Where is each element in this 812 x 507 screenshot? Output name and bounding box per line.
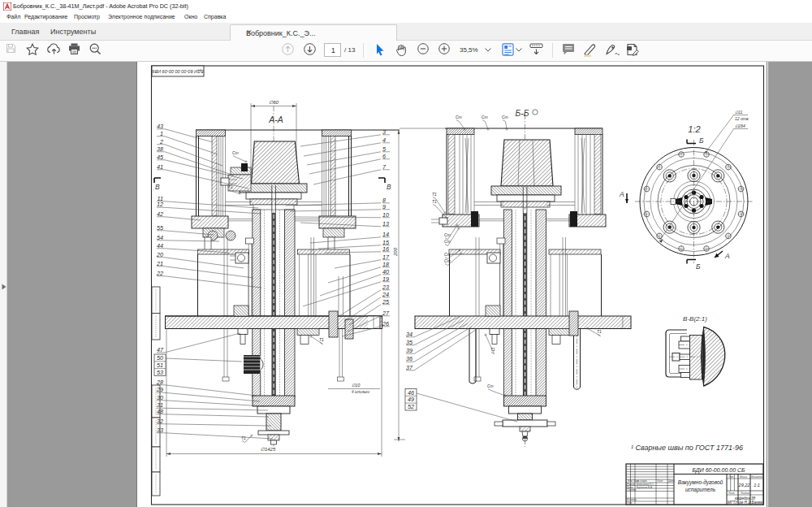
svg-text:28: 28: [156, 379, 163, 386]
svg-text:34: 34: [406, 331, 412, 338]
svg-text:12: 12: [157, 201, 163, 208]
svg-text:Вакуумно-дуговой: Вакуумно-дуговой: [678, 479, 723, 486]
svg-text:200: 200: [393, 247, 398, 257]
svg-text:В: В: [387, 183, 391, 191]
svg-text:1:2: 1:2: [688, 124, 700, 134]
svg-text:26: 26: [382, 320, 389, 327]
svg-text:16: 16: [382, 245, 389, 253]
svg-text:Ст: Ст: [502, 115, 508, 119]
svg-text:53: 53: [157, 369, 163, 376]
svg-text:∅11: ∅11: [735, 110, 743, 115]
svg-text:Т1: Т1: [319, 337, 324, 342]
svg-text:Масштаб: Масштаб: [751, 475, 762, 479]
svg-text:23: 23: [382, 284, 389, 291]
svg-text:Утв.: Утв.: [627, 501, 633, 505]
svg-text:29: 29: [156, 386, 163, 393]
svg-text:Лист: Лист: [728, 492, 735, 495]
svg-text:Б-Б: Б-Б: [515, 108, 529, 118]
svg-text:А-А: А-А: [268, 115, 283, 124]
svg-text:А: А: [724, 252, 730, 260]
svg-text:47: 47: [157, 346, 164, 353]
svg-text:36: 36: [406, 355, 412, 362]
svg-text:41: 41: [157, 163, 163, 171]
svg-text:∅60: ∅60: [269, 100, 279, 105]
svg-text:7: 7: [382, 163, 387, 171]
svg-text:46: 46: [408, 389, 414, 396]
svg-text:БДИ 60-00.00.00-09 ИВ9: БДИ 60-00.00.00-09 ИВ9: [152, 69, 203, 74]
svg-text:40: 40: [382, 268, 389, 275]
svg-text:21: 21: [156, 260, 163, 267]
svg-text:1:1: 1:1: [754, 483, 760, 488]
svg-text:10: 10: [382, 211, 389, 219]
svg-text:Ст: Ст: [444, 252, 451, 257]
svg-text:54: 54: [157, 234, 163, 241]
svg-text:14: 14: [382, 231, 389, 238]
svg-text:9: 9: [382, 203, 386, 210]
svg-text:А: А: [619, 190, 624, 198]
svg-text:55: 55: [157, 224, 164, 232]
svg-text:БДИ 60-00.00.00 СБ: БДИ 60-00.00.00 СБ: [692, 467, 745, 474]
svg-text:13: 13: [382, 220, 389, 228]
svg-text:30: 30: [157, 394, 163, 401]
svg-text:48: 48: [157, 408, 163, 415]
svg-text:В-В(2:1): В-В(2:1): [683, 315, 707, 323]
svg-text:∅1425: ∅1425: [261, 447, 276, 452]
svg-text:52: 52: [408, 403, 414, 410]
svg-text:Ст: Ст: [456, 115, 462, 119]
svg-text:42: 42: [157, 210, 163, 218]
svg-text:Ст: Ст: [444, 258, 451, 263]
svg-text:38: 38: [157, 145, 163, 153]
svg-text:22: 22: [156, 270, 163, 277]
svg-text:4: 4: [382, 136, 386, 144]
svg-text:27: 27: [382, 310, 390, 317]
svg-text:Б: Б: [699, 136, 704, 145]
svg-text:39: 39: [406, 347, 412, 354]
svg-text:В: В: [155, 183, 160, 191]
svg-text:Ст: Ст: [487, 384, 494, 388]
svg-text:Масса: Масса: [740, 475, 747, 479]
svg-text:испаритель: испаритель: [685, 487, 716, 493]
svg-text:Барвинок В.А.: Барвинок В.А.: [637, 486, 653, 489]
svg-text:Ст: Ст: [232, 150, 239, 155]
svg-text:Лит.: Лит.: [728, 475, 734, 479]
svg-text:35: 35: [406, 339, 413, 346]
svg-text:1: 1: [160, 130, 163, 137]
svg-text:Листов: Листов: [740, 492, 749, 495]
svg-text:¹ Сварные швы по ГОСТ 1771-96: ¹ Сварные швы по ГОСТ 1771-96: [631, 444, 743, 452]
svg-text:МГТУ им Н.Э.Баума: МГТУ им Н.Э.Баума: [728, 500, 762, 505]
svg-text:37: 37: [406, 364, 413, 371]
svg-text:4 шпильки: 4 шпильки: [352, 390, 369, 394]
svg-text:Ст: Ст: [482, 115, 488, 119]
svg-text:∅10: ∅10: [352, 383, 360, 388]
svg-text:Т1: Т1: [432, 192, 437, 197]
svg-text:25: 25: [382, 298, 390, 306]
svg-text:19: 19: [382, 275, 389, 283]
svg-text:45: 45: [157, 154, 164, 161]
svg-text:Б: Б: [696, 262, 701, 271]
svg-text:44: 44: [157, 242, 163, 249]
svg-text:3: 3: [382, 128, 386, 136]
svg-text:Т1: Т1: [597, 329, 602, 334]
svg-text:Т.контр.: Т.контр.: [627, 488, 637, 492]
svg-text:50: 50: [157, 354, 163, 362]
svg-text:Подп: Подп: [657, 479, 663, 483]
svg-text:5: 5: [382, 145, 387, 153]
svg-text:∅264: ∅264: [735, 124, 745, 128]
svg-text:Т1: Т1: [228, 184, 233, 189]
svg-text:2: 2: [159, 138, 163, 145]
svg-text:Дата: Дата: [667, 479, 675, 483]
svg-text:20: 20: [156, 251, 163, 258]
svg-text:17: 17: [382, 254, 390, 261]
svg-text:32: 32: [157, 418, 163, 425]
svg-text:49: 49: [408, 396, 414, 403]
svg-text:43: 43: [157, 123, 163, 130]
svg-text:18: 18: [382, 261, 389, 268]
svg-text:33: 33: [157, 427, 163, 434]
svg-text:Т1: Т1: [241, 436, 246, 440]
svg-text:24: 24: [382, 291, 389, 298]
svg-text:6: 6: [382, 153, 386, 160]
svg-text:12 отв: 12 отв: [735, 116, 749, 121]
svg-text:Т1: Т1: [432, 199, 437, 204]
svg-text:29,22: 29,22: [738, 483, 750, 488]
svg-text:51: 51: [157, 362, 163, 369]
